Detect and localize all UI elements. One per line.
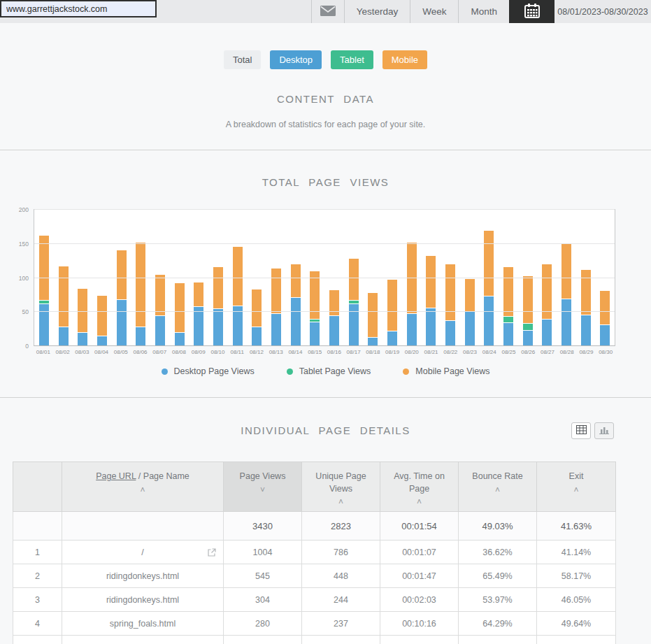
bar-segment-tablet — [310, 320, 320, 322]
stacked-bar-08/20 — [407, 243, 417, 345]
external-link-icon[interactable] — [208, 548, 216, 557]
cell-rank: 4 — [13, 612, 62, 636]
x-axis-label: 08/07 — [150, 349, 169, 355]
x-axis-label: 08/27 — [538, 349, 557, 355]
totals-cell-page — [62, 512, 224, 541]
bar-segment-mobile — [387, 280, 397, 331]
bar-segment-desktop — [503, 323, 513, 345]
filter-button-tablet[interactable]: Tablet — [331, 50, 373, 69]
bar-segment-desktop — [542, 320, 552, 345]
cell-value: 786 — [334, 548, 348, 557]
column-header-bounce[interactable]: Bounce Rate˄ — [459, 462, 537, 512]
bar-segment-desktop — [445, 321, 455, 345]
x-axis-label: 08/16 — [324, 349, 344, 355]
stacked-bar-08/29 — [581, 270, 591, 345]
page-url-link[interactable]: Page URL — [96, 471, 136, 481]
filter-button-desktop[interactable]: Desktop — [270, 50, 322, 69]
gridline-150 — [34, 243, 615, 244]
column-header-exit[interactable]: Exit˄ — [537, 462, 616, 512]
cell-value[interactable]: spring_foals.html — [110, 619, 176, 629]
totals-cell-exit: 41.63% — [537, 512, 616, 541]
bar-segment-desktop — [136, 327, 145, 345]
column-label: Unique Page Views — [315, 471, 366, 494]
cell-value[interactable]: / — [141, 548, 143, 557]
bar-segment-mobile — [349, 259, 359, 300]
table-view-button[interactable] — [571, 422, 591, 439]
stacked-bar-08/10 — [213, 267, 223, 345]
nav-item-month[interactable]: Month — [458, 0, 509, 23]
cell-value: 00:10:16 — [402, 619, 436, 629]
site-url-input[interactable] — [0, 0, 157, 17]
filter-button-mobile[interactable]: Mobile — [382, 50, 427, 69]
bar-segment-mobile — [271, 269, 281, 313]
cell-views: 545 — [224, 564, 302, 588]
column-header-views[interactable]: Page Views˅ — [224, 462, 302, 512]
bar-segment-mobile — [252, 289, 262, 327]
cell-value: 1 — [35, 548, 40, 557]
calendar-button[interactable] — [509, 0, 555, 23]
cell-value[interactable]: ridingdonkeys.html — [106, 595, 179, 605]
filter-button-total[interactable]: Total — [224, 50, 261, 69]
chart-view-button[interactable] — [594, 422, 614, 439]
totals-cell-unique: 2823 — [302, 512, 380, 541]
bar-segment-mobile — [426, 256, 436, 308]
bar-segment-mobile — [407, 243, 417, 313]
topbar-nav: YesterdayWeekMonth — [344, 0, 509, 23]
chart-legend: Desktop Page ViewsTablet Page ViewsMobil… — [0, 366, 651, 376]
cell-unique: 237 — [302, 612, 380, 636]
column-header-page[interactable]: Page URL / Page Name˄ — [62, 462, 224, 512]
cell-rank: 3 — [13, 588, 62, 612]
cell-unique: 448 — [302, 564, 380, 588]
column-label: Exit — [569, 471, 584, 481]
stacked-bar-08/22 — [445, 264, 455, 345]
table-row: 3ridingdonkeys.html30424400:02:0353.97%4… — [13, 588, 616, 612]
divider — [0, 150, 651, 150]
cell-exit: 53.16% — [537, 636, 616, 644]
x-axis-label: 08/19 — [382, 349, 402, 355]
stacked-bar-08/23 — [465, 279, 475, 345]
page-views-chart: 050100150200 08/0108/0208/0308/0408/0508… — [34, 209, 615, 355]
table-row: 5jacksforsale.html26923300:01:0772%53.16… — [13, 636, 616, 644]
bar-segment-desktop — [117, 300, 127, 345]
cell-bounce: 64.29% — [459, 612, 537, 636]
x-axis-label: 08/02 — [53, 349, 73, 355]
table-row: 4spring_foals.html28023700:10:1664.29%49… — [13, 612, 616, 636]
bar-segment-tablet — [503, 317, 513, 322]
column-header-time[interactable]: Avg. Time on Page˄ — [380, 462, 459, 512]
cell-views: 269 — [224, 636, 302, 644]
cell-value: 64.29% — [482, 619, 512, 629]
y-axis-label-150: 150 — [6, 241, 29, 248]
stacked-bar-08/19 — [387, 280, 397, 345]
mail-button[interactable] — [311, 0, 344, 23]
x-axis-label: 08/11 — [227, 349, 247, 355]
cell-value: 58.17% — [561, 571, 591, 581]
x-axis-label: 08/09 — [189, 349, 208, 355]
column-header-unique[interactable]: Unique Page Views˄ — [302, 462, 380, 512]
stacked-bar-08/05 — [117, 250, 127, 345]
cell-value: 304 — [255, 595, 270, 605]
cell-page: ridingdonkeys.html — [62, 564, 224, 588]
legend-item-mobile: Mobile Page Views — [403, 366, 489, 376]
bar-segment-mobile — [561, 243, 571, 299]
totals-cell-time: 00:01:54 — [380, 512, 459, 541]
cell-page: / — [62, 541, 224, 564]
nav-item-week[interactable]: Week — [410, 0, 458, 23]
sort-asc-icon: ˄ — [306, 499, 375, 506]
stacked-bar-08/16 — [329, 290, 339, 345]
content-data-title: CONTENT DATA — [0, 93, 651, 105]
cell-value: 448 — [334, 571, 348, 581]
page-details-table: Page URL / Page Name˄Page Views˅Unique P… — [13, 461, 616, 644]
bar-segment-mobile — [368, 293, 378, 337]
topbar-menu: YesterdayWeekMonth 08/01/2023-08/30/2023 — [311, 0, 651, 23]
x-axis-label: 08/18 — [363, 349, 382, 355]
nav-item-yesterday[interactable]: Yesterday — [344, 0, 410, 23]
bar-segment-desktop — [368, 338, 378, 345]
individual-page-details-title: INDIVIDUAL PAGE DETAILS — [0, 422, 651, 439]
stacked-bar-08/06 — [136, 243, 145, 345]
cell-bounce: 36.62% — [459, 541, 537, 564]
bar-segment-desktop — [523, 331, 533, 345]
cell-value[interactable]: ridingdonkeys.html — [106, 571, 179, 581]
x-axis-label: 08/08 — [169, 349, 189, 355]
column-header-rank[interactable] — [13, 462, 62, 512]
table-body: 1/100478600:01:0736.62%41.14%2ridingdonk… — [13, 541, 616, 644]
